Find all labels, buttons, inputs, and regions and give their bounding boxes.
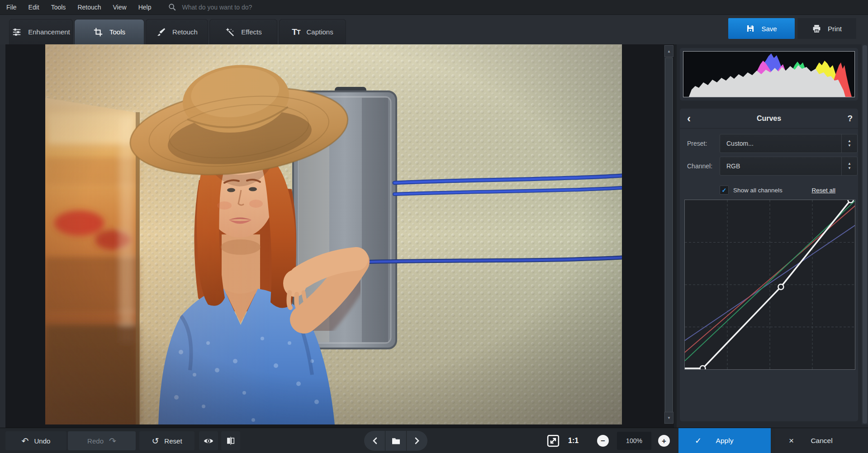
tab-effects[interactable]: Effects <box>209 19 277 44</box>
open-folder-button[interactable] <box>385 431 406 451</box>
magic-wand-icon <box>225 27 235 37</box>
channel-label: Channel: <box>687 162 717 170</box>
previous-photo-button[interactable] <box>364 431 385 451</box>
scroll-down-button[interactable]: ▼ <box>664 412 674 424</box>
preset-row: Preset: Custom... ▲▼ <box>680 134 858 153</box>
file-navigation-group <box>364 431 427 451</box>
tab-label: Enhancement <box>28 28 70 36</box>
curves-graph[interactable] <box>684 200 855 370</box>
show-all-channels-checkbox[interactable]: ✓ <box>720 186 729 195</box>
crop-icon <box>93 27 103 37</box>
show-all-channels-label: Show all channels <box>733 187 783 194</box>
panel-title: Curves <box>680 114 858 123</box>
floppy-disk-icon <box>746 24 755 33</box>
tab-label: Effects <box>241 28 262 36</box>
sliders-icon <box>12 27 22 37</box>
fit-screen-icon <box>546 434 560 448</box>
before-after-button[interactable] <box>221 431 240 450</box>
cancel-button[interactable]: × Cancel <box>775 428 868 453</box>
tab-captions[interactable]: TT Captions <box>279 19 346 44</box>
channel-dropdown[interactable]: RGB ▲▼ <box>720 157 858 176</box>
save-button[interactable]: Save <box>728 18 795 39</box>
canvas-area: ▲ ▼ <box>0 44 674 428</box>
scrollbar-thumb[interactable] <box>665 57 673 413</box>
next-photo-button[interactable] <box>406 431 427 451</box>
undo-button[interactable]: ↶ Undo <box>5 431 66 450</box>
scroll-up-button[interactable]: ▲ <box>664 45 674 57</box>
tab-tools[interactable]: Tools <box>74 19 144 44</box>
apply-button[interactable]: ✓ Apply <box>678 428 771 453</box>
zoom-in-button[interactable]: + <box>658 435 670 447</box>
split-compare-icon <box>226 436 235 445</box>
tab-enhancement[interactable]: Enhancement <box>9 19 73 44</box>
fit-to-screen-button[interactable] <box>545 433 561 449</box>
search-input[interactable] <box>181 3 318 11</box>
right-panel: ‹ Curves ? Preset: Custom... ▲▼ Channel:… <box>677 44 868 428</box>
menu-help[interactable]: Help <box>138 4 152 11</box>
preset-value: Custom... <box>720 140 841 147</box>
canvas-left-strip <box>0 44 5 428</box>
spinner-arrows-icon[interactable]: ▲▼ <box>841 157 857 175</box>
rgb-histogram <box>683 52 854 97</box>
menu-edit[interactable]: Edit <box>28 4 39 11</box>
save-label: Save <box>761 25 777 33</box>
show-all-channels-row: ✓ Show all channels Reset all <box>680 184 858 196</box>
tab-bar: Enhancement Tools Retouch Effects TT Cap… <box>0 15 868 44</box>
menu-retouch[interactable]: Retouch <box>77 4 101 11</box>
print-label: Print <box>828 25 842 33</box>
undo-label: Undo <box>34 437 51 445</box>
reset-label: Reset <box>164 437 182 445</box>
preset-label: Preset: <box>687 140 717 147</box>
tab-retouch[interactable]: Retouch <box>146 19 208 44</box>
text-Tt-icon: TT <box>292 27 300 37</box>
redo-label: Redo <box>87 437 104 445</box>
search-icon <box>168 3 176 11</box>
eye-icon <box>203 437 214 445</box>
printer-icon <box>812 24 821 33</box>
photo <box>45 44 622 424</box>
check-icon: ✓ <box>722 187 727 193</box>
show-original-button[interactable] <box>199 431 218 450</box>
menu-file[interactable]: File <box>6 4 17 11</box>
undo-icon: ↶ <box>22 437 29 445</box>
histogram-panel <box>680 48 858 100</box>
back-chevron-icon[interactable]: ‹ <box>687 113 691 124</box>
cancel-label: Cancel <box>775 428 868 453</box>
tab-label: Tools <box>109 28 125 36</box>
reset-button[interactable]: ↺ Reset <box>139 431 194 450</box>
bottom-toolbar: ↶ Undo Redo ↷ ↺ Reset <box>0 428 868 453</box>
redo-button[interactable]: Redo ↷ <box>68 431 136 450</box>
canvas-scrollbar[interactable]: ▲ ▼ <box>664 44 674 424</box>
channel-value: RGB <box>720 162 841 170</box>
menu-view[interactable]: View <box>113 4 127 11</box>
zoom-level-value[interactable]: 100% <box>617 432 651 450</box>
tab-label: Retouch <box>172 28 198 36</box>
print-button[interactable]: Print <box>797 18 856 39</box>
reset-all-link[interactable]: Reset all <box>811 187 835 194</box>
menu-bar: File Edit Tools Retouch View Help <box>0 0 868 15</box>
preset-dropdown[interactable]: Custom... ▲▼ <box>720 134 858 153</box>
tab-label: Captions <box>306 28 333 36</box>
photo-editor-window: File Edit Tools Retouch View Help Enhanc… <box>0 0 868 453</box>
reset-icon: ↺ <box>152 437 159 445</box>
spinner-arrows-icon[interactable]: ▲▼ <box>841 134 857 153</box>
actual-size-button[interactable]: 1:1 <box>568 428 579 453</box>
redo-icon: ↷ <box>109 437 116 445</box>
curves-panel: ‹ Curves ? Preset: Custom... ▲▼ Channel:… <box>680 109 858 421</box>
channel-row: Channel: RGB ▲▼ <box>680 157 858 176</box>
curves-panel-header: ‹ Curves ? <box>680 109 858 129</box>
menu-tools[interactable]: Tools <box>51 4 66 11</box>
apply-label: Apply <box>678 428 771 453</box>
panel-scrollbar[interactable] <box>862 44 868 424</box>
brush-icon <box>156 27 166 37</box>
zoom-out-button[interactable]: − <box>597 435 609 447</box>
help-icon[interactable]: ? <box>847 114 853 124</box>
